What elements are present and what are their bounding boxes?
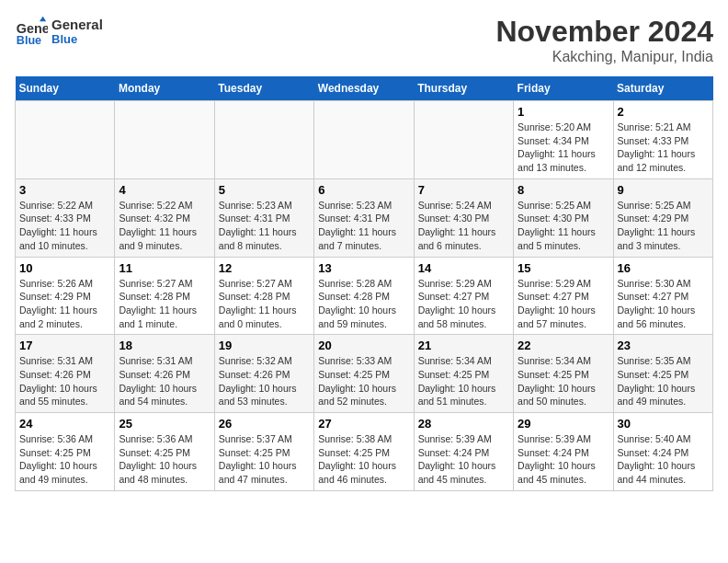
calendar-week-4: 17Sunrise: 5:31 AM Sunset: 4:26 PM Dayli… (16, 335, 713, 413)
calendar-cell: 25Sunrise: 5:36 AM Sunset: 4:25 PM Dayli… (115, 413, 214, 491)
day-number: 26 (219, 417, 310, 431)
day-number: 24 (19, 417, 110, 431)
calendar-cell: 11Sunrise: 5:27 AM Sunset: 4:28 PM Dayli… (115, 257, 214, 335)
weekday-header-row: SundayMondayTuesdayWednesdayThursdayFrid… (16, 76, 713, 101)
day-number: 19 (219, 339, 310, 352)
day-number: 25 (119, 417, 210, 431)
month-title: November 2024 (495, 15, 713, 49)
title-area: November 2024 Kakching, Manipur, India (495, 15, 713, 65)
day-info: Sunrise: 5:22 AM Sunset: 4:33 PM Dayligh… (19, 199, 110, 253)
day-info: Sunrise: 5:24 AM Sunset: 4:30 PM Dayligh… (418, 199, 509, 253)
location: Kakching, Manipur, India (495, 49, 713, 65)
day-info: Sunrise: 5:31 AM Sunset: 4:26 PM Dayligh… (19, 354, 110, 408)
day-number: 11 (119, 261, 210, 275)
day-info: Sunrise: 5:36 AM Sunset: 4:25 PM Dayligh… (19, 432, 110, 487)
day-number: 8 (518, 183, 609, 197)
calendar-week-2: 3Sunrise: 5:22 AM Sunset: 4:33 PM Daylig… (16, 178, 713, 257)
calendar-week-5: 24Sunrise: 5:36 AM Sunset: 4:25 PM Dayli… (16, 413, 713, 491)
day-info: Sunrise: 5:21 AM Sunset: 4:33 PM Dayligh… (618, 121, 709, 175)
svg-marker-2 (40, 17, 46, 21)
day-info: Sunrise: 5:25 AM Sunset: 4:29 PM Dayligh… (618, 199, 709, 253)
day-info: Sunrise: 5:27 AM Sunset: 4:28 PM Dayligh… (119, 277, 210, 331)
day-info: Sunrise: 5:31 AM Sunset: 4:26 PM Dayligh… (119, 354, 210, 408)
calendar-cell (115, 101, 214, 179)
calendar-week-3: 10Sunrise: 5:26 AM Sunset: 4:29 PM Dayli… (16, 257, 713, 335)
calendar-cell: 27Sunrise: 5:38 AM Sunset: 4:25 PM Dayli… (314, 413, 414, 491)
day-info: Sunrise: 5:25 AM Sunset: 4:30 PM Dayligh… (518, 199, 609, 253)
calendar-cell: 29Sunrise: 5:39 AM Sunset: 4:24 PM Dayli… (514, 413, 613, 491)
logo: General Blue General Blue (15, 15, 103, 48)
calendar-cell: 19Sunrise: 5:32 AM Sunset: 4:26 PM Dayli… (214, 335, 313, 413)
day-info: Sunrise: 5:33 AM Sunset: 4:25 PM Dayligh… (318, 354, 409, 408)
day-number: 14 (418, 261, 509, 275)
day-number: 29 (518, 417, 609, 431)
calendar-cell: 22Sunrise: 5:34 AM Sunset: 4:25 PM Dayli… (514, 335, 613, 413)
day-info: Sunrise: 5:23 AM Sunset: 4:31 PM Dayligh… (318, 199, 409, 253)
day-info: Sunrise: 5:38 AM Sunset: 4:25 PM Dayligh… (318, 432, 409, 487)
day-number: 13 (318, 261, 409, 275)
day-number: 6 (318, 183, 409, 197)
calendar-cell: 7Sunrise: 5:24 AM Sunset: 4:30 PM Daylig… (414, 178, 513, 257)
logo-icon: General Blue (15, 15, 48, 48)
weekday-header-monday: Monday (115, 76, 214, 101)
weekday-header-wednesday: Wednesday (314, 76, 414, 101)
day-number: 16 (618, 261, 709, 275)
day-number: 4 (119, 183, 210, 197)
calendar-cell: 30Sunrise: 5:40 AM Sunset: 4:24 PM Dayli… (613, 413, 712, 491)
logo-blue: Blue (51, 32, 103, 46)
calendar-cell: 6Sunrise: 5:23 AM Sunset: 4:31 PM Daylig… (314, 178, 414, 257)
calendar-cell (16, 101, 115, 179)
day-number: 9 (618, 183, 709, 197)
page-header: General Blue General Blue November 2024 … (15, 15, 713, 65)
day-number: 7 (418, 183, 509, 197)
day-number: 22 (518, 339, 609, 352)
day-info: Sunrise: 5:32 AM Sunset: 4:26 PM Dayligh… (219, 354, 310, 408)
day-info: Sunrise: 5:22 AM Sunset: 4:32 PM Dayligh… (119, 199, 210, 253)
day-number: 10 (19, 261, 110, 275)
day-info: Sunrise: 5:34 AM Sunset: 4:25 PM Dayligh… (518, 354, 609, 408)
calendar-cell: 13Sunrise: 5:28 AM Sunset: 4:28 PM Dayli… (314, 257, 414, 335)
calendar-cell: 2Sunrise: 5:21 AM Sunset: 4:33 PM Daylig… (613, 101, 712, 179)
svg-text:General: General (17, 21, 48, 36)
calendar-cell: 10Sunrise: 5:26 AM Sunset: 4:29 PM Dayli… (16, 257, 115, 335)
day-info: Sunrise: 5:23 AM Sunset: 4:31 PM Dayligh… (219, 199, 310, 253)
calendar-cell: 12Sunrise: 5:27 AM Sunset: 4:28 PM Dayli… (214, 257, 313, 335)
day-info: Sunrise: 5:20 AM Sunset: 4:34 PM Dayligh… (518, 121, 609, 175)
calendar-cell: 28Sunrise: 5:39 AM Sunset: 4:24 PM Dayli… (414, 413, 513, 491)
weekday-header-sunday: Sunday (16, 76, 115, 101)
calendar-cell: 14Sunrise: 5:29 AM Sunset: 4:27 PM Dayli… (414, 257, 513, 335)
calendar-cell: 8Sunrise: 5:25 AM Sunset: 4:30 PM Daylig… (514, 178, 613, 257)
calendar-cell: 3Sunrise: 5:22 AM Sunset: 4:33 PM Daylig… (16, 178, 115, 257)
day-number: 15 (518, 261, 609, 275)
day-number: 20 (318, 339, 409, 352)
day-info: Sunrise: 5:36 AM Sunset: 4:25 PM Dayligh… (119, 432, 210, 487)
calendar-cell: 15Sunrise: 5:29 AM Sunset: 4:27 PM Dayli… (514, 257, 613, 335)
calendar-cell: 20Sunrise: 5:33 AM Sunset: 4:25 PM Dayli… (314, 335, 414, 413)
day-info: Sunrise: 5:37 AM Sunset: 4:25 PM Dayligh… (219, 432, 310, 487)
calendar-cell: 9Sunrise: 5:25 AM Sunset: 4:29 PM Daylig… (613, 178, 712, 257)
day-number: 18 (119, 339, 210, 352)
day-number: 17 (19, 339, 110, 352)
calendar-cell (214, 101, 313, 179)
calendar-cell: 1Sunrise: 5:20 AM Sunset: 4:34 PM Daylig… (514, 101, 613, 179)
day-number: 12 (219, 261, 310, 275)
calendar-week-1: 1Sunrise: 5:20 AM Sunset: 4:34 PM Daylig… (16, 101, 713, 179)
day-info: Sunrise: 5:30 AM Sunset: 4:27 PM Dayligh… (618, 277, 709, 331)
day-number: 5 (219, 183, 310, 197)
calendar-cell: 21Sunrise: 5:34 AM Sunset: 4:25 PM Dayli… (414, 335, 513, 413)
calendar-cell (414, 101, 513, 179)
weekday-header-saturday: Saturday (613, 76, 712, 101)
calendar-cell: 24Sunrise: 5:36 AM Sunset: 4:25 PM Dayli… (16, 413, 115, 491)
calendar-cell: 16Sunrise: 5:30 AM Sunset: 4:27 PM Dayli… (613, 257, 712, 335)
day-info: Sunrise: 5:29 AM Sunset: 4:27 PM Dayligh… (518, 277, 609, 331)
calendar-table: SundayMondayTuesdayWednesdayThursdayFrid… (15, 76, 713, 491)
weekday-header-thursday: Thursday (414, 76, 513, 101)
day-number: 21 (418, 339, 509, 352)
day-info: Sunrise: 5:40 AM Sunset: 4:24 PM Dayligh… (618, 432, 709, 487)
day-info: Sunrise: 5:39 AM Sunset: 4:24 PM Dayligh… (518, 432, 609, 487)
calendar-cell: 18Sunrise: 5:31 AM Sunset: 4:26 PM Dayli… (115, 335, 214, 413)
calendar-cell: 4Sunrise: 5:22 AM Sunset: 4:32 PM Daylig… (115, 178, 214, 257)
day-number: 27 (318, 417, 409, 431)
day-number: 3 (19, 183, 110, 197)
day-info: Sunrise: 5:39 AM Sunset: 4:24 PM Dayligh… (418, 432, 509, 487)
